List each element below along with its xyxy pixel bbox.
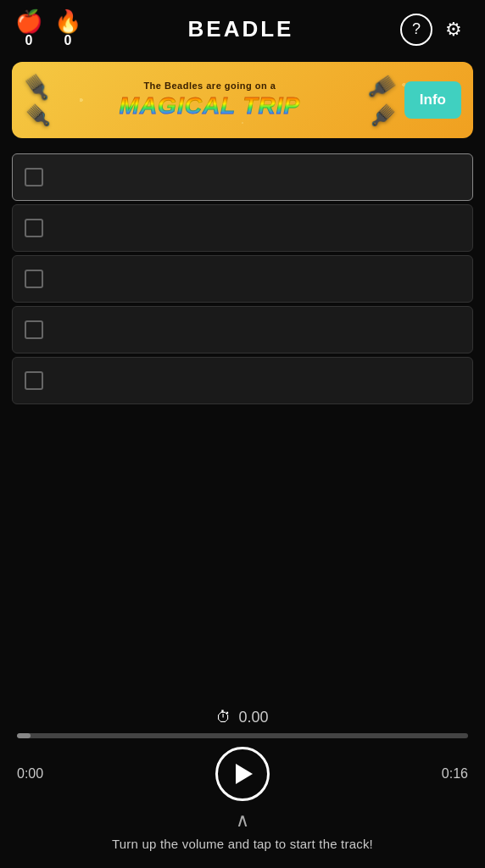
app-title: BEADLE [81, 16, 400, 42]
progress-bar-fill [17, 733, 31, 738]
play-button[interactable] [215, 747, 270, 801]
option-row-5[interactable] [12, 357, 473, 404]
progress-bar-container[interactable] [17, 733, 468, 738]
settings-button[interactable]: ⚙ [438, 14, 470, 46]
wig-icon-right-top: 🪮 [366, 71, 398, 102]
play-triangle-icon [236, 764, 253, 784]
timer-icon: ⏱ [216, 709, 231, 726]
promotional-banner: 🪮 🪮 The Beadles are going on a MAGICAL T… [12, 62, 473, 138]
option-checkbox-2 [25, 219, 43, 237]
header: 🍎 0 🔥 0 BEADLE ? ⚙ [0, 0, 485, 55]
fire-score-value: 0 [64, 33, 72, 48]
wig-icon-left-bottom: 🪮 [24, 103, 51, 127]
option-row-3[interactable] [12, 255, 473, 303]
option-checkbox-5 [25, 371, 43, 390]
option-checkbox-4 [25, 320, 43, 339]
chevron-row: ∧ [17, 810, 468, 832]
banner-subtitle: The Beadles are going on a [143, 81, 276, 91]
timer-value: 0.00 [238, 709, 268, 726]
banner-left-wigs: 🪮 🪮 [24, 74, 51, 127]
chevron-up-icon[interactable]: ∧ [236, 810, 249, 832]
time-end-label: 0:16 [434, 766, 468, 782]
fire-icon: 🔥 [54, 10, 81, 32]
playback-controls: 0:00 0:16 [17, 747, 468, 801]
apple-score-item: 🍎 0 [15, 10, 42, 48]
help-button[interactable]: ? [400, 14, 432, 46]
wig-icon-left-top: 🪮 [22, 71, 53, 102]
hint-text: Turn up the volume and tap to start the … [17, 837, 468, 851]
header-actions: ? ⚙ [400, 14, 470, 46]
option-checkbox-3 [25, 270, 43, 288]
wig-icon-right-bottom: 🪮 [371, 103, 396, 127]
option-row-2[interactable] [12, 204, 473, 252]
banner-right-wigs: 🪮 🪮 [369, 74, 396, 127]
time-start-label: 0:00 [17, 766, 51, 782]
option-row-4[interactable] [12, 306, 473, 353]
banner-title: MAGICAL TRIP [120, 93, 301, 120]
info-button[interactable]: Info [404, 81, 461, 119]
fire-score-item: 🔥 0 [54, 10, 81, 48]
audio-player: ⏱ 0.00 0:00 0:16 ∧ Turn up the volume an… [0, 700, 485, 868]
help-icon: ? [412, 20, 421, 38]
option-checkbox-1 [25, 168, 43, 186]
settings-icon: ⚙ [445, 19, 462, 41]
banner-center: The Beadles are going on a MAGICAL TRIP [51, 81, 369, 120]
timer-row: ⏱ 0.00 [17, 709, 468, 726]
option-row-1[interactable] [12, 153, 473, 201]
apple-score-value: 0 [25, 33, 33, 48]
scores-container: 🍎 0 🔥 0 [15, 10, 81, 48]
apple-icon: 🍎 [15, 10, 42, 32]
answer-options [0, 148, 485, 409]
